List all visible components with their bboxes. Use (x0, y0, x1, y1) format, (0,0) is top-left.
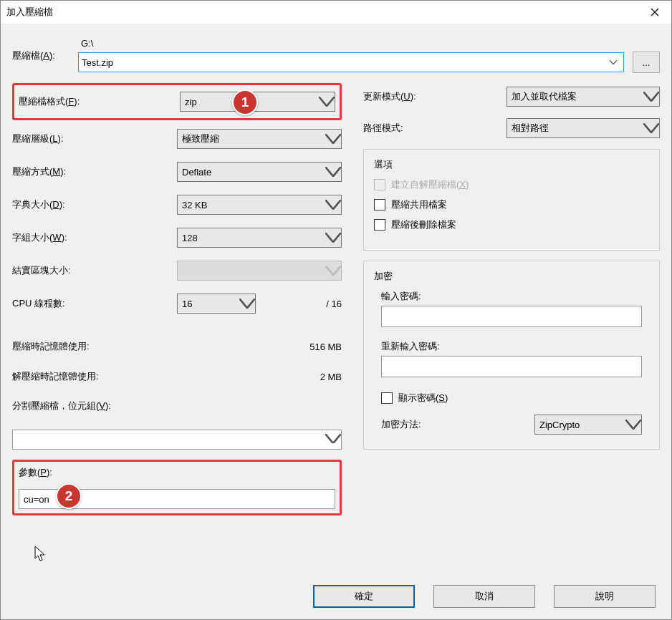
chevron-down-icon (239, 299, 255, 308)
reenter-password-input[interactable] (381, 356, 642, 377)
word-size-label: 字組大小(W): (12, 231, 177, 244)
close-button[interactable] (638, 1, 671, 24)
archive-dropdown-button[interactable] (606, 53, 620, 72)
archive-name-field[interactable] (78, 52, 624, 72)
encryption-group: 加密 輸入密碼: 重新輸入密碼: 顯示密碼(S) 加密方法: (363, 261, 660, 450)
compress-memory-value: 516 MB (277, 342, 342, 352)
show-password-checkbox[interactable] (381, 392, 393, 404)
compression-method-label: 壓縮方式(M): (12, 165, 177, 178)
split-volumes-label: 分割壓縮檔，位元組(V): (12, 399, 342, 412)
encryption-method-combo[interactable]: ZipCrypto (534, 415, 642, 435)
titlebar: 加入壓縮檔 (1, 1, 671, 24)
solid-block-combo (177, 261, 342, 281)
compression-level-value: 極致壓縮 (178, 132, 325, 145)
password-input[interactable] (381, 306, 642, 327)
ok-button[interactable]: 確定 (313, 585, 415, 608)
password-label: 輸入密碼: (381, 290, 642, 303)
compress-shared-label: 壓縮共用檔案 (391, 198, 447, 211)
cpu-threads-total: / 16 (326, 299, 342, 309)
chevron-down-icon (325, 134, 341, 143)
sfx-checkbox-row: 建立自解壓縮檔(X) (374, 178, 649, 191)
annotation-badge-2: 2 (56, 483, 82, 509)
chevron-down-icon (319, 97, 335, 106)
delete-after-checkbox[interactable] (374, 219, 385, 231)
options-legend: 選項 (374, 158, 649, 171)
sfx-checkbox-label: 建立自解壓縮檔(X) (391, 178, 469, 191)
options-group: 選項 建立自解壓縮檔(X) 壓縮共用檔案 壓縮後刪除檔案 (363, 149, 660, 251)
chevron-down-icon (325, 434, 341, 443)
sfx-checkbox (374, 179, 385, 190)
compression-level-combo[interactable]: 極致壓縮 (177, 129, 342, 149)
encryption-legend: 加密 (374, 270, 649, 283)
show-password-label: 顯示密碼(S) (398, 392, 448, 405)
cpu-threads-combo[interactable]: 16 (177, 294, 256, 314)
show-password-row[interactable]: 顯示密碼(S) (381, 392, 642, 405)
dictionary-size-value: 32 KB (178, 200, 325, 210)
reenter-password-label: 重新輸入密碼: (381, 340, 642, 353)
chevron-down-icon (643, 123, 659, 132)
compress-memory-label: 壓縮時記憶體使用: (12, 340, 277, 353)
dictionary-size-combo[interactable]: 32 KB (177, 195, 342, 215)
parameters-label: 參數(P): (19, 466, 335, 479)
cpu-threads-label: CPU 線程數: (12, 297, 177, 310)
delete-after-checkbox-row[interactable]: 壓縮後刪除檔案 (374, 218, 649, 231)
cpu-threads-value: 16 (178, 299, 239, 309)
delete-after-label: 壓縮後刪除檔案 (391, 218, 456, 231)
encryption-method-label: 加密方法: (381, 418, 534, 431)
add-to-archive-dialog: 加入壓縮檔 壓縮檔(A): G:\ ... (0, 0, 672, 620)
compress-shared-checkbox-row[interactable]: 壓縮共用檔案 (374, 198, 649, 211)
path-mode-value: 相對路徑 (507, 122, 643, 135)
archive-format-label: 壓縮檔格式(F): (19, 95, 180, 108)
decompress-memory-label: 解壓縮時記憶體使用: (12, 370, 277, 383)
word-size-value: 128 (178, 233, 325, 243)
annotation-badge-1: 1 (232, 89, 258, 115)
update-mode-combo[interactable]: 加入並取代檔案 (507, 87, 660, 107)
highlight-box-format: 1 壓縮檔格式(F): zip (12, 83, 342, 120)
chevron-down-icon (325, 167, 341, 176)
path-mode-combo[interactable]: 相對路徑 (507, 118, 660, 138)
word-size-combo[interactable]: 128 (177, 228, 342, 248)
chevron-down-icon (325, 233, 341, 242)
dictionary-size-label: 字典大小(D): (12, 198, 177, 211)
archive-label: 壓縮檔(A): (12, 49, 78, 62)
browse-button[interactable]: ... (633, 52, 660, 73)
chevron-down-icon (325, 266, 341, 275)
chevron-down-icon (610, 60, 617, 64)
compress-shared-checkbox[interactable] (374, 199, 385, 210)
help-button[interactable]: 說明 (554, 585, 656, 608)
split-volumes-combo[interactable] (12, 430, 342, 450)
chevron-down-icon (625, 420, 641, 429)
archive-path: G:\ (78, 38, 660, 49)
update-mode-value: 加入並取代檔案 (507, 90, 643, 103)
compression-method-combo[interactable]: Deflate (177, 162, 342, 182)
chevron-down-icon (325, 200, 341, 209)
window-title: 加入壓縮檔 (1, 6, 53, 19)
compression-method-value: Deflate (178, 167, 325, 178)
highlight-box-parameters: 2 參數(P): (12, 460, 342, 515)
path-mode-label: 路徑模式: (363, 122, 507, 135)
compression-level-label: 壓縮層級(L): (12, 132, 177, 145)
decompress-memory-value: 2 MB (277, 372, 342, 382)
update-mode-label: 更新模式(U): (363, 90, 507, 103)
solid-block-label: 結實區塊大小: (12, 264, 177, 277)
close-icon (651, 8, 659, 16)
encryption-method-value: ZipCrypto (535, 420, 625, 430)
cancel-button[interactable]: 取消 (433, 585, 535, 608)
archive-name-input[interactable] (82, 57, 606, 68)
chevron-down-icon (643, 92, 659, 101)
